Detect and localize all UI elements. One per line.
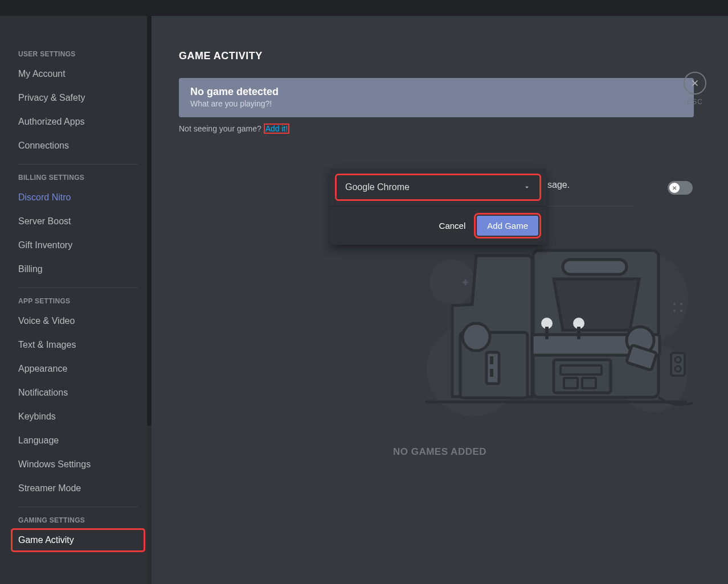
divider (18, 164, 138, 164)
status-message-toggle[interactable] (668, 181, 693, 195)
select-value: Google Chrome (345, 182, 410, 192)
sidebar-item-notifications[interactable]: Notifications (11, 381, 145, 404)
chevron-down-icon (523, 183, 531, 191)
titlebar (0, 0, 728, 16)
sidebar-item-text-images[interactable]: Text & Images (11, 334, 145, 356)
svg-point-28 (673, 310, 676, 312)
page-title: GAME ACTIVITY (179, 50, 694, 62)
empty-state-text: NO GAMES ADDED (393, 446, 486, 458)
close-button[interactable] (684, 72, 706, 94)
svg-rect-7 (490, 356, 493, 364)
sidebar-item-privacy-safety[interactable]: Privacy & Safety (11, 87, 145, 109)
sidebar-item-billing[interactable]: Billing (11, 258, 145, 281)
hint-row: Not seeing your game? Add it! (179, 124, 694, 133)
sidebar-item-connections[interactable]: Connections (11, 134, 145, 157)
sidebar-item-game-activity[interactable]: Game Activity (11, 529, 145, 552)
content-pane: GAME ACTIVITY No game detected What are … (152, 16, 728, 584)
sidebar-item-streamer-mode[interactable]: Streamer Mode (11, 477, 145, 500)
add-game-button[interactable]: Add Game (477, 216, 538, 236)
settings-sidebar: USER SETTINGS My Account Privacy & Safet… (0, 16, 152, 584)
sidebar-item-appearance[interactable]: Appearance (11, 357, 145, 380)
divider (18, 507, 138, 507)
section-header-billing: BILLING SETTINGS (18, 174, 145, 182)
divider (18, 287, 138, 288)
sidebar-item-windows-settings[interactable]: Windows Settings (11, 453, 145, 476)
close-icon (690, 78, 700, 88)
status-message-text-fragment: sage. (547, 180, 570, 190)
add-game-popover: Google Chrome Cancel Add Game (330, 168, 546, 245)
game-select-dropdown[interactable]: Google Chrome (337, 175, 539, 199)
toggle-knob-off-icon (669, 183, 680, 193)
svg-point-29 (680, 310, 682, 312)
sidebar-item-authorized-apps[interactable]: Authorized Apps (11, 110, 145, 133)
sidebar-item-voice-video[interactable]: Voice & Video (11, 310, 145, 332)
cancel-button[interactable]: Cancel (439, 221, 466, 231)
close-label: ESC (687, 98, 703, 106)
scrollbar-thumb[interactable] (147, 16, 152, 426)
hint-text: Not seeing your game? (179, 124, 264, 133)
section-header-gaming: GAMING SETTINGS (18, 516, 145, 524)
svg-rect-8 (490, 369, 493, 377)
sidebar-item-my-account[interactable]: My Account (11, 63, 145, 85)
sidebar-item-discord-nitro[interactable]: Discord Nitro (11, 186, 145, 209)
svg-rect-13 (545, 327, 549, 339)
svg-point-26 (673, 303, 676, 305)
sidebar-item-server-boost[interactable]: Server Boost (11, 210, 145, 233)
section-header-app: APP SETTINGS (18, 297, 145, 305)
svg-rect-10 (563, 260, 627, 274)
no-game-banner: No game detected What are you playing?! (179, 78, 694, 117)
svg-point-27 (680, 303, 682, 305)
sidebar-item-gift-inventory[interactable]: Gift Inventory (11, 234, 145, 257)
arcade-illustration (414, 247, 693, 418)
svg-rect-15 (577, 327, 580, 339)
banner-subtitle: What are you playing?! (190, 99, 682, 108)
banner-title: No game detected (190, 86, 682, 98)
sidebar-item-language[interactable]: Language (11, 429, 145, 452)
add-it-link[interactable]: Add it! (264, 124, 290, 134)
section-header-user: USER SETTINGS (18, 50, 145, 58)
svg-point-5 (463, 323, 490, 351)
sidebar-item-keybinds[interactable]: Keybinds (11, 405, 145, 428)
